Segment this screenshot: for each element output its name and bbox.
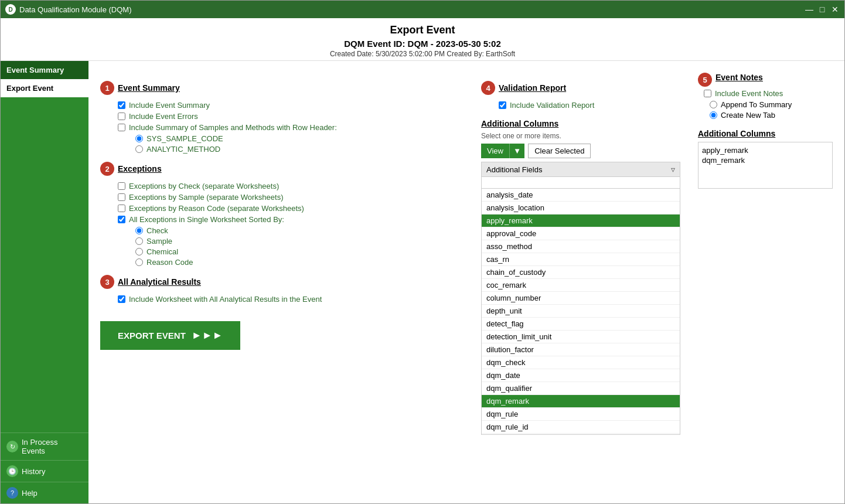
field-item-cas_rn[interactable]: cas_rn xyxy=(482,253,680,266)
field-item-approval_code[interactable]: approval_code xyxy=(482,227,680,240)
field-item-detection_limit_unit[interactable]: detection_limit_unit xyxy=(482,331,680,343)
select-hint: Select one or more items. xyxy=(481,132,680,140)
btn-toolbar: View ▼ Clear Selected xyxy=(481,144,680,158)
cb-include-worksheet-label: Include Worksheet with All Analytical Re… xyxy=(129,295,322,304)
content-columns: 1 Event Summary Include Event Summary In… xyxy=(100,73,833,435)
field-item-dilution_factor[interactable]: dilution_factor xyxy=(482,343,680,356)
field-item-detect_flag[interactable]: detect_flag xyxy=(482,318,680,331)
left-column: 1 Event Summary Include Event Summary In… xyxy=(100,73,469,435)
cb-exceptions-check: Exceptions by Check (separate Worksheets… xyxy=(118,182,469,190)
event-id: DQM Event ID: DQM - 2023-05-30 5:02 xyxy=(1,39,844,49)
radio-append-label: Append To Summary xyxy=(721,100,792,109)
cb-exceptions-reason-input[interactable] xyxy=(118,205,125,212)
sidebar-section-event-summary[interactable]: Event Summary xyxy=(1,61,88,79)
event-meta: Created Date: 5/30/2023 5:02:00 PM Creat… xyxy=(1,50,844,58)
additional-columns-list: apply_remarkdqm_remark xyxy=(698,142,833,189)
radio-analytic-method: ANALYTIC_METHOD xyxy=(135,145,469,154)
additional-columns-section: Additional Columns Select one or more it… xyxy=(481,119,680,435)
cb-all-exceptions-input[interactable] xyxy=(118,216,125,223)
field-item-coc_remark[interactable]: coc_remark xyxy=(482,279,680,292)
cb-include-event-errors-input[interactable] xyxy=(118,113,125,120)
ac-item-apply_remark: apply_remark xyxy=(702,146,829,155)
cb-include-event-errors: Include Event Errors xyxy=(118,112,469,121)
sidebar-item-in-process-events[interactable]: ↻ In Process Events xyxy=(1,433,88,460)
field-item-dqm_date[interactable]: dqm_date xyxy=(482,369,680,382)
restore-button[interactable]: □ xyxy=(817,5,827,14)
radio-chemical-label: Chemical xyxy=(146,247,178,256)
cb-exceptions-sample-input[interactable] xyxy=(118,193,125,201)
cb-all-exceptions-label: All Exceptions in Single Worksheet Sorte… xyxy=(129,215,284,224)
title-bar-controls: — □ ✕ xyxy=(805,5,840,14)
page-title: Export Event xyxy=(1,24,844,36)
radio-new-tab-input[interactable] xyxy=(710,111,717,119)
title-bar-left: D Data Qualification Module (DQM) xyxy=(5,4,131,15)
clear-selected-button[interactable]: Clear Selected xyxy=(528,144,591,158)
step1-circle: 1 xyxy=(100,81,114,95)
history-label: History xyxy=(22,467,45,476)
radio-sys-sample-label: SYS_SAMPLE_CODE xyxy=(146,134,223,143)
cb-include-validation-input[interactable] xyxy=(499,101,506,109)
sidebar-bottom: ↻ In Process Events 🕒 History ? Help xyxy=(1,433,88,503)
cb-include-event-errors-label: Include Event Errors xyxy=(129,112,198,121)
title-bar: D Data Qualification Module (DQM) — □ ✕ xyxy=(1,1,844,18)
far-right-column: 5 Event Notes Include Event Notes Append… xyxy=(698,73,833,435)
filter-icon[interactable]: ▿ xyxy=(671,165,675,174)
cb-exceptions-reason-label: Exceptions by Reason Code (separate Work… xyxy=(129,204,304,213)
field-item-depth_unit[interactable]: depth_unit xyxy=(482,305,680,318)
radio-chemical-input[interactable] xyxy=(135,248,143,256)
cb-all-exceptions: All Exceptions in Single Worksheet Sorte… xyxy=(118,215,469,224)
radio-append-input[interactable] xyxy=(710,101,717,108)
cb-include-worksheet-input[interactable] xyxy=(118,295,125,303)
cb-include-summary-input[interactable] xyxy=(118,124,125,131)
cb-exceptions-sample: Exceptions by Sample (separate Worksheet… xyxy=(118,193,469,202)
view-dropdown-button[interactable]: ▼ xyxy=(509,144,524,158)
search-row xyxy=(481,177,680,189)
sidebar-item-help[interactable]: ? Help xyxy=(1,482,88,503)
radio-sys-sample-input[interactable] xyxy=(135,135,143,142)
help-icon: ? xyxy=(6,487,18,499)
field-item-asso_method[interactable]: asso_method xyxy=(482,240,680,253)
sidebar-item-history[interactable]: 🕒 History xyxy=(1,460,88,482)
cb-exceptions-check-input[interactable] xyxy=(118,182,125,190)
radio-check-input[interactable] xyxy=(135,227,143,234)
sidebar-item-export-event[interactable]: Export Event xyxy=(1,79,88,97)
radio-reason-code-label: Reason Code xyxy=(146,258,193,267)
cb-include-event-summary-input[interactable] xyxy=(118,101,125,109)
field-item-dqm_status[interactable]: dqm_status xyxy=(482,434,680,435)
field-item-chain_of_custody[interactable]: chain_of_custody xyxy=(482,266,680,279)
radio-analytic-method-input[interactable] xyxy=(135,145,143,153)
field-item-dqm_check[interactable]: dqm_check xyxy=(482,356,680,369)
section2-header: 2 Exceptions xyxy=(100,162,469,176)
field-item-analysis_location[interactable]: analysis_location xyxy=(482,202,680,214)
ac-item-dqm_remark: dqm_remark xyxy=(702,156,829,165)
view-button[interactable]: View xyxy=(481,144,509,158)
main-layout: Event Summary Export Event ↻ In Process … xyxy=(1,61,844,503)
additional-columns-title: Additional Columns xyxy=(481,119,680,128)
radio-reason-code-input[interactable] xyxy=(135,258,143,266)
export-event-button[interactable]: EXPORT EVENT ►►► xyxy=(100,321,240,350)
fields-search-input[interactable] xyxy=(484,178,677,187)
radio-sample-input[interactable] xyxy=(135,237,143,245)
page-header: Export Event DQM Event ID: DQM - 2023-05… xyxy=(1,18,844,61)
section5-title: Event Notes xyxy=(715,73,763,82)
section3-title: All Analytical Results xyxy=(118,277,201,287)
radio-reason-code: Reason Code xyxy=(135,258,469,267)
field-item-analysis_date[interactable]: analysis_date xyxy=(482,189,680,202)
minimize-button[interactable]: — xyxy=(805,5,814,14)
field-item-column_number[interactable]: column_number xyxy=(482,292,680,305)
close-button[interactable]: ✕ xyxy=(830,5,840,14)
cb-include-event-summary-label: Include Event Summary xyxy=(129,101,210,110)
content-area: 1 Event Summary Include Event Summary In… xyxy=(88,61,844,503)
field-item-dqm_qualifier[interactable]: dqm_qualifier xyxy=(482,382,680,395)
radio-check: Check xyxy=(135,226,469,235)
field-item-apply_remark[interactable]: apply_remark xyxy=(482,214,680,227)
field-item-dqm_rule[interactable]: dqm_rule xyxy=(482,408,680,421)
fields-header: Additional Fields ▿ xyxy=(481,162,680,177)
section1-title: Event Summary xyxy=(118,83,180,93)
step4-circle: 4 xyxy=(481,81,495,95)
field-item-dqm_rule_id[interactable]: dqm_rule_id xyxy=(482,421,680,434)
cb-exceptions-reason: Exceptions by Reason Code (separate Work… xyxy=(118,204,469,213)
cb-include-event-notes-input[interactable] xyxy=(704,90,711,97)
section1-header: 1 Event Summary xyxy=(100,81,469,95)
field-item-dqm_remark[interactable]: dqm_remark xyxy=(482,395,680,408)
